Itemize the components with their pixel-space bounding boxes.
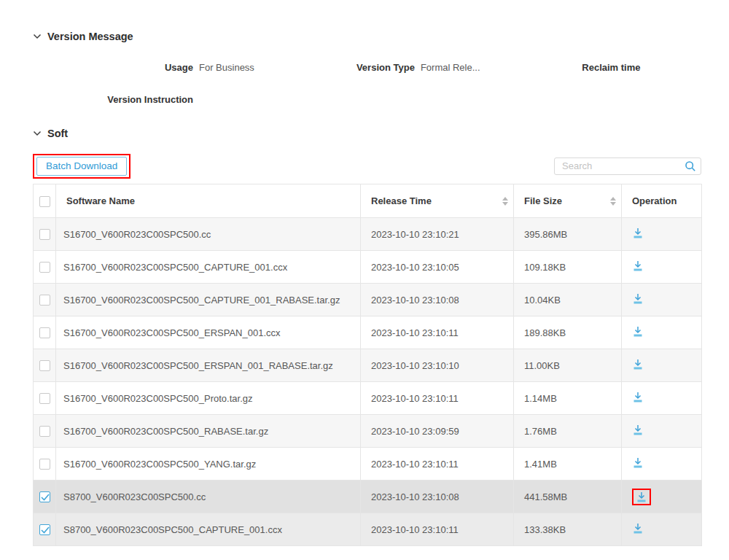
column-label: Software Name bbox=[66, 195, 135, 206]
release-time-cell: 2023-10-10 23:10:21 bbox=[361, 218, 514, 251]
field-label: Usage bbox=[33, 62, 193, 73]
download-icon bbox=[632, 392, 644, 402]
field-label: Version Instruction bbox=[33, 94, 193, 105]
download-button[interactable] bbox=[632, 359, 644, 370]
chevron-down-icon bbox=[33, 33, 42, 40]
annotation-box-batch-download: Batch Download bbox=[33, 154, 130, 179]
row-checkbox[interactable] bbox=[39, 524, 50, 535]
table-row: S16700_V600R023C00SPC500_ERSPAN_001_RABA… bbox=[34, 349, 702, 382]
table-row: S16700_V600R023C00SPC500_ERSPAN_001.ccx2… bbox=[34, 316, 702, 349]
software-name-cell: S16700_V600R023C00SPC500_ERSPAN_001_RABA… bbox=[56, 349, 361, 382]
file-size-cell: 1.14MB bbox=[514, 382, 622, 415]
table-row: S16700_V600R023C00SPC500_CAPTURE_001_RAB… bbox=[34, 284, 702, 316]
field-value: Formal Rele... bbox=[421, 62, 480, 73]
table-row: S16700_V600R023C00SPC500_YANG.tar.gz2023… bbox=[34, 448, 702, 481]
column-header-operation: Operation bbox=[622, 184, 702, 218]
download-button[interactable] bbox=[632, 228, 644, 238]
row-checkbox[interactable] bbox=[39, 360, 50, 371]
download-icon bbox=[632, 326, 644, 337]
chevron-down-icon bbox=[33, 130, 42, 137]
row-select-cell bbox=[34, 382, 56, 415]
section-title-version-message: Version Message bbox=[47, 31, 133, 42]
column-header-file-size: File Size bbox=[514, 184, 622, 218]
sort-icon[interactable] bbox=[610, 197, 616, 206]
operation-cell bbox=[622, 481, 702, 513]
release-time-cell: 2023-10-10 23:10:05 bbox=[361, 251, 514, 284]
row-checkbox[interactable] bbox=[39, 295, 50, 306]
software-name-cell: S16700_V600R023C00SPC500_RABASE.tar.gz bbox=[56, 415, 361, 448]
software-name-cell: S8700_V600R023C00SPC500_CAPTURE_001.ccx bbox=[56, 513, 361, 546]
search-box bbox=[554, 158, 701, 175]
table-row: S8700_V600R023C00SPC500.cc2023-10-10 23:… bbox=[34, 481, 702, 513]
column-header-release-time: Release Time bbox=[361, 184, 514, 218]
operation-cell bbox=[622, 513, 702, 546]
field-label: Version Type bbox=[254, 62, 415, 73]
row-checkbox[interactable] bbox=[39, 459, 50, 470]
field-reclaim-time: Reclaim time bbox=[480, 62, 701, 73]
file-size-cell: 10.04KB bbox=[514, 284, 622, 316]
soft-header[interactable]: Soft bbox=[33, 128, 701, 139]
column-header-software-name: Software Name bbox=[56, 184, 361, 218]
download-button[interactable] bbox=[632, 326, 644, 337]
release-time-cell: 2023-10-10 23:09:59 bbox=[361, 415, 514, 448]
row-checkbox[interactable] bbox=[39, 262, 50, 273]
download-icon bbox=[632, 523, 644, 534]
operation-cell bbox=[622, 448, 702, 481]
row-select-cell bbox=[34, 481, 56, 513]
table-row: S16700_V600R023C00SPC500_CAPTURE_001.ccx… bbox=[34, 251, 702, 284]
sort-icon[interactable] bbox=[502, 197, 508, 206]
software-name-cell: S16700_V600R023C00SPC500.cc bbox=[56, 218, 361, 251]
row-select-cell bbox=[34, 349, 56, 382]
row-checkbox[interactable] bbox=[39, 327, 50, 338]
download-icon bbox=[636, 491, 647, 502]
release-time-cell: 2023-10-10 23:10:08 bbox=[361, 481, 514, 513]
download-button[interactable] bbox=[632, 457, 644, 468]
download-button[interactable] bbox=[632, 424, 644, 435]
row-select-cell bbox=[34, 251, 56, 284]
version-message-header[interactable]: Version Message bbox=[33, 31, 701, 42]
row-select-cell bbox=[34, 448, 56, 481]
download-button[interactable] bbox=[632, 392, 644, 402]
row-select-cell bbox=[34, 415, 56, 448]
download-icon bbox=[632, 359, 644, 370]
row-checkbox[interactable] bbox=[39, 491, 50, 502]
software-name-cell: S16700_V600R023C00SPC500_CAPTURE_001.ccx bbox=[56, 251, 361, 284]
file-size-cell: 1.41MB bbox=[514, 448, 622, 481]
column-label: Operation bbox=[632, 195, 677, 206]
download-icon bbox=[632, 260, 644, 271]
table-row: S16700_V600R023C00SPC500_Proto.tar.gz202… bbox=[34, 382, 702, 415]
operation-cell bbox=[622, 284, 702, 316]
software-name-cell: S8700_V600R023C00SPC500.cc bbox=[56, 481, 361, 513]
download-button[interactable] bbox=[636, 491, 647, 502]
download-button[interactable] bbox=[632, 523, 644, 534]
software-name-cell: S16700_V600R023C00SPC500_CAPTURE_001_RAB… bbox=[56, 284, 361, 316]
operation-cell bbox=[622, 251, 702, 284]
select-all-cell bbox=[34, 184, 56, 218]
download-icon bbox=[632, 457, 644, 468]
row-checkbox[interactable] bbox=[39, 229, 50, 240]
column-label: File Size bbox=[524, 195, 562, 206]
download-button[interactable] bbox=[632, 293, 644, 304]
search-input[interactable] bbox=[554, 158, 701, 175]
batch-download-button[interactable]: Batch Download bbox=[36, 157, 127, 176]
release-time-cell: 2023-10-10 23:10:11 bbox=[361, 448, 514, 481]
release-time-cell: 2023-10-10 23:10:11 bbox=[361, 316, 514, 349]
search-icon[interactable] bbox=[685, 160, 696, 175]
row-select-cell bbox=[34, 513, 56, 546]
file-size-cell: 11.00KB bbox=[514, 349, 622, 382]
file-size-cell: 189.88KB bbox=[514, 316, 622, 349]
download-button[interactable] bbox=[632, 260, 644, 271]
row-checkbox[interactable] bbox=[39, 426, 50, 437]
row-checkbox[interactable] bbox=[39, 393, 50, 404]
software-name-cell: S16700_V600R023C00SPC500_YANG.tar.gz bbox=[56, 448, 361, 481]
file-size-cell: 441.58MB bbox=[514, 481, 622, 513]
table-row: S8700_V600R023C00SPC500_CAPTURE_001.ccx2… bbox=[34, 513, 702, 546]
field-label: Reclaim time bbox=[480, 62, 641, 73]
file-size-cell: 133.38KB bbox=[514, 513, 622, 546]
select-all-checkbox[interactable] bbox=[39, 196, 50, 207]
field-version-type: Version Type Formal Rele... bbox=[254, 62, 480, 73]
operation-cell bbox=[622, 316, 702, 349]
operation-cell bbox=[622, 349, 702, 382]
release-time-cell: 2023-10-10 23:10:11 bbox=[361, 382, 514, 415]
version-message-fields: Usage For Business Version Type Formal R… bbox=[33, 62, 701, 105]
